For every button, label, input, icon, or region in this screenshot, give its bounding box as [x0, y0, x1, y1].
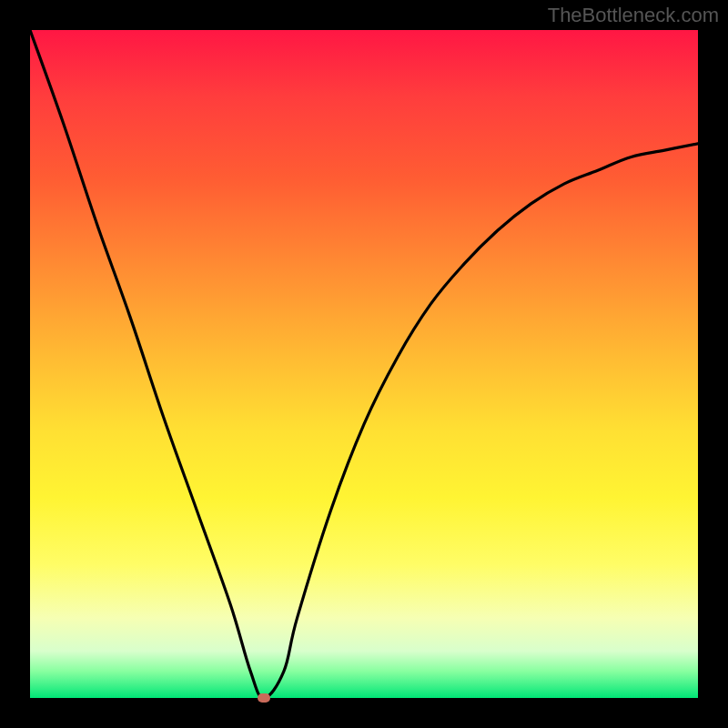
watermark-text: TheBottleneck.com	[548, 4, 719, 27]
bottleneck-curve	[30, 30, 698, 698]
chart-plot-area	[30, 30, 698, 698]
current-point-marker	[258, 693, 270, 703]
